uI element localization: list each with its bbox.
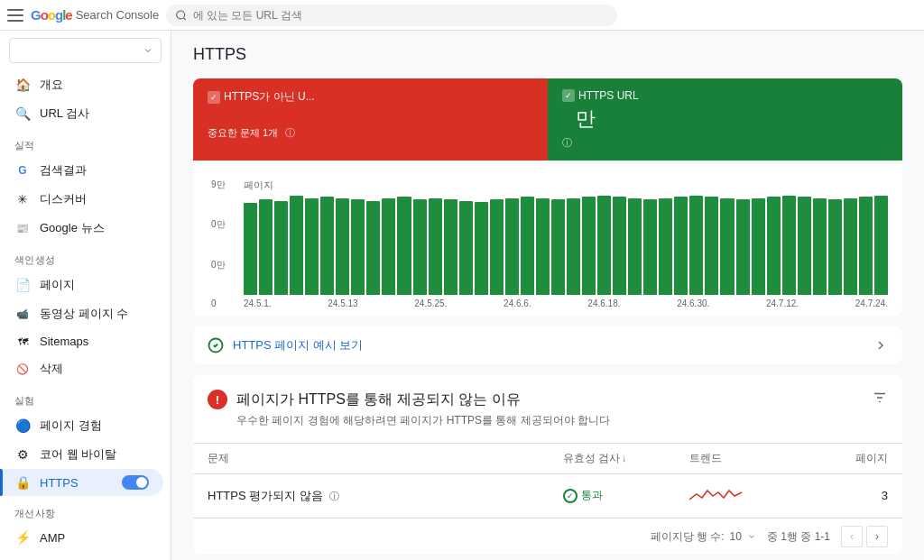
success-card: ✓ HTTPS URL 만 ⓘ (548, 78, 902, 161)
gear-icon: ⚙ (14, 447, 31, 462)
sidebar-item-discover[interactable]: ✳ 디스커버 (0, 185, 163, 214)
issues-subtitle: 우수한 페이지 경험에 해당하려면 페이지가 HTTPS를 통해 제공되어야 합… (236, 413, 610, 428)
preview-link[interactable]: HTTPS 페이지 예시 보기 (193, 326, 902, 364)
sidebar-item-label: 개요 (40, 77, 63, 93)
chart-bar (859, 196, 873, 295)
status-cards: ✓ HTTPS가 아닌 U... 중요한 문제 1개 ⓘ ✓ HTTPS URL… (193, 78, 902, 161)
app-name: Search Console (76, 8, 160, 22)
sidebar-item-label: URL 검사 (40, 106, 89, 122)
sidebar: 🏠 개요 🔍 URL 검사 실적 G 검색결과 ✳ 디스커버 📰 Google … (0, 31, 171, 560)
svg-point-0 (177, 10, 185, 18)
checkmark-circle-icon (208, 337, 224, 353)
rows-per-page-selector[interactable]: 페이지당 행 수: 10 (651, 529, 756, 545)
row-trend (689, 483, 816, 508)
sidebar-item-label: 코어 웹 바이탈 (40, 446, 116, 463)
chart-bar (274, 196, 288, 295)
chart-bar (597, 196, 611, 295)
next-page-button[interactable]: › (866, 526, 888, 547)
chart-bar (320, 196, 334, 295)
chart-bar (397, 196, 411, 295)
chart-bar (674, 196, 688, 295)
chart-bar (567, 196, 580, 295)
prev-page-button[interactable]: ‹ (841, 526, 863, 547)
chart-bar (582, 196, 596, 295)
sidebar-item-google-news[interactable]: 📰 Google 뉴스 (0, 214, 163, 243)
chart-x-labels: 24.5.1. 24.5.13 24.5.25. 24.6.6. 24.6.18… (244, 298, 888, 308)
issues-title: ! 페이지가 HTTPS를 통해 제공되지 않는 이유 (208, 390, 610, 409)
sidebar-item-core-web-vitals[interactable]: ⚙ 코어 웹 바이탈 (0, 440, 163, 469)
discover-icon: ✳ (14, 192, 31, 207)
https-toggle[interactable] (122, 475, 149, 490)
success-card-count: 만 (562, 106, 888, 133)
circle-icon: 🔵 (14, 418, 31, 433)
issues-section: ! 페이지가 HTTPS를 통해 제공되지 않는 이유 우수한 페이지 경험에 … (193, 375, 902, 555)
chart-bar (290, 196, 303, 295)
chart-bar (551, 196, 565, 295)
topbar: Google Search Console (0, 0, 924, 31)
sidebar-item-url-inspect[interactable]: 🔍 URL 검사 (0, 99, 163, 128)
chart-bar (752, 196, 765, 295)
chart-y-title: 페이지 (244, 179, 888, 192)
table-row[interactable]: HTTPS 평가되지 않음 ⓘ ✓ 통과 3 (193, 474, 902, 518)
chart-bar (382, 196, 395, 295)
filter-icon[interactable] (872, 390, 888, 410)
chart-bar (828, 196, 842, 295)
sidebar-item-video-pages[interactable]: 📹 동영상 페이지 수 (0, 299, 163, 328)
col-validity[interactable]: 유효성 검사 ↓ (563, 451, 689, 466)
chart-bar (459, 196, 473, 295)
chevron-right-icon (873, 338, 888, 353)
sidebar-item-amp[interactable]: ⚡ AMP (0, 524, 163, 551)
main-layout: 🏠 개요 🔍 URL 검사 실적 G 검색결과 ✳ 디스커버 📰 Google … (0, 31, 924, 560)
sidebar-item-pages[interactable]: 📄 페이지 (0, 271, 163, 299)
page-title: HTTPS (193, 45, 902, 64)
chart-area (244, 196, 888, 295)
col-pages: 페이지 (816, 451, 888, 466)
error-badge: ! (208, 390, 227, 409)
chart-bar (536, 196, 550, 295)
google-icon: G (14, 164, 31, 177)
sidebar-item-removals[interactable]: 🚫 삭제 (0, 354, 163, 383)
chart-bar (736, 196, 750, 295)
sidebar-item-label: Google 뉴스 (40, 220, 105, 236)
chart-bar (490, 196, 504, 295)
sidebar-item-page-experience[interactable]: 🔵 페이지 경험 (0, 411, 163, 440)
chart-wrapper: 9만 0만 0만 0 페이지 24.5.1. 24.5.13 24.5.25. … (244, 179, 888, 308)
success-card-sub: ⓘ (562, 136, 888, 150)
sidebar-item-overview[interactable]: 🏠 개요 (0, 70, 163, 99)
chart-bar (782, 196, 796, 295)
section-label-improvements: 개선사항 (0, 496, 171, 524)
removal-icon: 🚫 (14, 363, 31, 375)
sidebar-item-label: 삭제 (40, 361, 63, 377)
chart-bar (767, 196, 781, 295)
content-area: HTTPS ✓ HTTPS가 아닌 U... 중요한 문제 1개 ⓘ ✓ HTT… (171, 31, 924, 560)
sidebar-item-search-results[interactable]: G 검색결과 (0, 156, 163, 185)
sidebar-item-https[interactable]: 🔒 HTTPS (0, 469, 163, 496)
row-validity: ✓ 통과 (563, 488, 689, 503)
info-icon-success: ⓘ (562, 136, 572, 150)
sidebar-item-sitemaps[interactable]: 🗺 Sitemaps (0, 328, 163, 354)
section-label-performance: 실적 (0, 128, 171, 156)
sidebar-item-breadcrumb[interactable]: ⚙ 탐색경로 (0, 551, 163, 560)
search-input[interactable] (193, 9, 609, 22)
col-trend: 트렌드 (689, 451, 816, 466)
search-bar[interactable] (166, 5, 617, 26)
chart-container: 9만 0만 0만 0 페이지 24.5.1. 24.5.13 24.5.25. … (193, 164, 902, 316)
video-icon: 📹 (14, 308, 31, 320)
property-selector[interactable] (9, 38, 162, 63)
chart-bar (444, 196, 457, 295)
sort-icon: ↓ (622, 454, 626, 464)
sitemap-icon: 🗺 (14, 336, 31, 347)
row-info-icon: ⓘ (329, 491, 339, 501)
section-label-experiment: 실험 (0, 383, 171, 411)
chart-bar (429, 196, 442, 295)
chart-bar (336, 196, 349, 295)
sidebar-item-label: 페이지 경험 (40, 418, 102, 434)
rows-per-page-label: 페이지당 행 수: (651, 529, 725, 545)
chart-bar (613, 196, 626, 295)
page-range: 중 1행 중 1-1 (767, 529, 830, 545)
hamburger-menu[interactable] (7, 9, 23, 22)
pagination-nav: ‹ › (841, 526, 888, 547)
error-card: ✓ HTTPS가 아닌 U... 중요한 문제 1개 ⓘ (193, 78, 548, 161)
news-icon: 📰 (14, 223, 31, 234)
issues-header: ! 페이지가 HTTPS를 통해 제공되지 않는 이유 우수한 페이지 경험에 … (193, 375, 902, 444)
